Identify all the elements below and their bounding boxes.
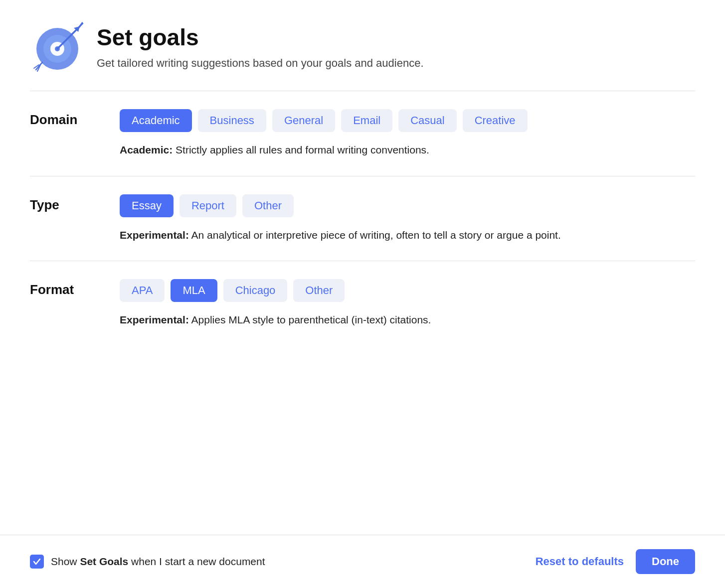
type-desc-body: An analytical or interpretive piece of w…	[189, 229, 561, 241]
footer-label-bold: Set Goals	[80, 556, 128, 567]
type-section: Type Essay Report Other Experimental: An…	[30, 176, 695, 261]
chip-email[interactable]: Email	[341, 109, 392, 132]
format-desc-prefix: Experimental:	[120, 314, 189, 325]
type-label: Type	[30, 194, 120, 213]
chip-mla[interactable]: MLA	[171, 279, 217, 302]
domain-label: Domain	[30, 109, 120, 128]
footer-label-suffix: when I start a new document	[128, 556, 265, 567]
footer-label-prefix: Show	[51, 556, 80, 567]
chip-report[interactable]: Report	[180, 194, 236, 217]
type-chips-row: Essay Report Other	[120, 194, 695, 217]
chip-casual[interactable]: Casual	[398, 109, 456, 132]
target-icon	[30, 20, 85, 75]
chip-chicago[interactable]: Chicago	[223, 279, 288, 302]
footer-checkbox-label: Show Set Goals when I start a new docume…	[51, 556, 265, 568]
format-section: Format APA MLA Chicago Other Experimenta…	[30, 261, 695, 346]
header-text-block: Set goals Get tailored writing suggestio…	[97, 20, 424, 70]
type-description: Experimental: An analytical or interpret…	[120, 227, 695, 243]
domain-desc-body: Strictly applies all rules and formal wr…	[173, 144, 429, 155]
chip-general[interactable]: General	[272, 109, 335, 132]
domain-content: Academic Business General Email Casual C…	[120, 109, 695, 158]
checkmark-icon	[32, 557, 41, 566]
page-subtitle: Get tailored writing suggestions based o…	[97, 57, 424, 70]
chip-academic[interactable]: Academic	[120, 109, 192, 132]
format-content: APA MLA Chicago Other Experimental: Appl…	[120, 279, 695, 328]
footer: Show Set Goals when I start a new docume…	[0, 535, 725, 588]
chip-format-other[interactable]: Other	[293, 279, 345, 302]
format-desc-body: Applies MLA style to parenthetical (in-t…	[189, 314, 431, 325]
reset-button[interactable]: Reset to defaults	[536, 555, 624, 568]
chip-creative[interactable]: Creative	[463, 109, 528, 132]
show-goals-checkbox[interactable]	[30, 555, 44, 569]
chip-essay[interactable]: Essay	[120, 194, 174, 217]
page-header: Set goals Get tailored writing suggestio…	[30, 20, 695, 91]
chip-business[interactable]: Business	[198, 109, 266, 132]
done-button[interactable]: Done	[636, 549, 695, 574]
domain-section: Domain Academic Business General Email C…	[30, 91, 695, 176]
chip-type-other[interactable]: Other	[242, 194, 294, 217]
footer-right: Reset to defaults Done	[536, 549, 695, 574]
domain-chips-row: Academic Business General Email Casual C…	[120, 109, 695, 132]
domain-description: Academic: Strictly applies all rules and…	[120, 142, 695, 158]
type-content: Essay Report Other Experimental: An anal…	[120, 194, 695, 243]
format-label: Format	[30, 279, 120, 297]
format-chips-row: APA MLA Chicago Other	[120, 279, 695, 302]
page-title: Set goals	[97, 24, 424, 51]
type-desc-prefix: Experimental:	[120, 229, 189, 241]
footer-left: Show Set Goals when I start a new docume…	[30, 555, 265, 569]
format-description: Experimental: Applies MLA style to paren…	[120, 312, 695, 328]
domain-desc-prefix: Academic:	[120, 144, 173, 155]
chip-apa[interactable]: APA	[120, 279, 165, 302]
